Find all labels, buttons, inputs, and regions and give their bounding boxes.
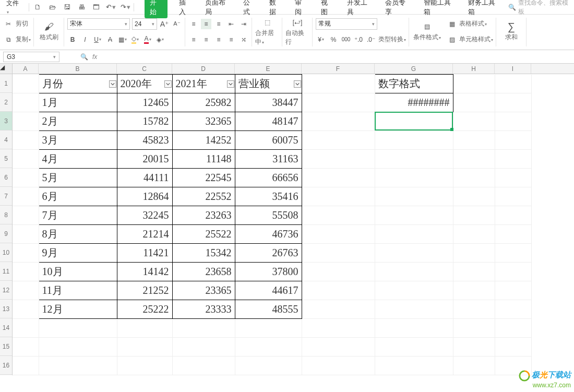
dec-decimal-icon[interactable]: .0⁻ [366,34,376,45]
row-1[interactable]: 1 [0,74,12,93]
cell-F10[interactable] [302,244,375,263]
row-6[interactable]: 6 [0,168,12,187]
cell-C9[interactable]: 21214 [117,225,172,244]
conditional-format-button[interactable]: ▤ 条件格式▾ [412,21,441,42]
cell-F16[interactable] [302,357,375,375]
cell-H12[interactable] [453,281,495,300]
col-G[interactable]: G [375,64,453,74]
cell-H13[interactable] [453,300,495,319]
cell-B2[interactable]: 1月 [39,93,117,112]
cell-F12[interactable] [302,281,375,300]
cell-B7[interactable]: 6月 [39,187,117,206]
cell-D14[interactable] [172,319,235,338]
row-4[interactable]: 4 [0,130,12,149]
select-all-corner[interactable]: ◢ [0,64,13,74]
cell-A12[interactable] [13,281,39,300]
decrease-font-icon[interactable]: A⁻ [172,19,182,29]
cell-A11[interactable] [13,263,39,281]
row-16[interactable]: 16 [0,356,12,375]
cell-H9[interactable] [453,225,495,244]
cell-B15[interactable] [39,338,117,357]
type-convert-button[interactable]: 类型转换▾ [378,35,406,44]
cell-B16[interactable] [39,357,117,375]
cell-E6[interactable]: 66656 [235,169,302,187]
cell-C12[interactable]: 21252 [117,281,172,300]
col-D[interactable]: D [172,64,235,74]
cell-B10[interactable]: 9月 [39,244,117,263]
cell-E8[interactable]: 55508 [235,206,302,225]
filter-button[interactable] [164,80,172,88]
strike-icon[interactable]: A [105,34,115,45]
cell-F4[interactable] [302,131,375,150]
cut-button[interactable]: 剪切 [16,19,28,28]
cell-I1[interactable] [495,75,531,93]
command-search[interactable]: 🔍 查找命令、搜索模板 [508,0,571,16]
preview-icon[interactable]: 🗔 [91,2,101,13]
cell-F2[interactable] [302,93,375,112]
cell-G14[interactable] [375,319,453,338]
cell-D11[interactable]: 23658 [172,263,235,281]
comma-icon[interactable]: 000 [341,34,351,45]
cell-I14[interactable] [495,319,531,338]
cell-H7[interactable] [453,187,495,206]
cell-C15[interactable] [117,338,172,357]
zoom-icon[interactable]: 🔍 [80,53,88,61]
row-12[interactable]: 12 [0,281,12,300]
cell-B9[interactable]: 8月 [39,225,117,244]
cell-I9[interactable] [495,225,531,244]
cell-D2[interactable]: 25982 [172,93,235,112]
cell-H16[interactable] [453,357,495,375]
cell-F8[interactable] [302,206,375,225]
row-5[interactable]: 5 [0,149,12,168]
bold-icon[interactable]: B [67,34,78,45]
col-H[interactable]: H [453,64,495,74]
cell-B4[interactable]: 3月 [39,131,117,150]
file-menu[interactable]: 文件▾ [3,0,23,16]
justify-icon[interactable]: ≡ [226,34,236,45]
cell-D12[interactable]: 23365 [172,281,235,300]
cell-D9[interactable]: 25522 [172,225,235,244]
cell-G15[interactable] [375,338,453,357]
cell-G5[interactable] [375,150,453,169]
cell-I4[interactable] [495,131,531,150]
cell-C8[interactable]: 32245 [117,206,172,225]
cell-G8[interactable] [375,206,453,225]
font-size-combo[interactable]: 24▾ [132,18,157,30]
row-7[interactable]: 7 [0,187,12,206]
number-format-combo[interactable]: 常规▾ [316,18,377,30]
cell-H6[interactable] [453,169,495,187]
cell-E13[interactable]: 48555 [235,300,302,319]
align-left-icon[interactable]: ≡ [188,34,199,45]
cell-C13[interactable]: 25222 [117,300,172,319]
cell-E12[interactable]: 44617 [235,281,302,300]
cell-A8[interactable] [13,206,39,225]
cell-H1[interactable] [453,75,495,93]
cell-B3[interactable]: 2月 [39,112,117,131]
italic-icon[interactable]: I [80,34,90,45]
col-A[interactable]: A [13,64,39,74]
cell-I8[interactable] [495,206,531,225]
cell-G16[interactable] [375,357,453,375]
cell-C5[interactable]: 20015 [117,150,172,169]
cell-G2[interactable]: ######## [375,93,453,112]
cell-style-button[interactable]: 单元格样式▾ [459,35,493,44]
cell-A10[interactable] [13,244,39,263]
cell-E5[interactable]: 31163 [235,150,302,169]
fill-color-icon[interactable]: ◇▾ [130,34,140,45]
cell-I15[interactable] [495,338,531,357]
copy-button[interactable]: 复制▾ [16,35,31,44]
cell-A14[interactable] [13,319,39,338]
cell-C6[interactable]: 44111 [117,169,172,187]
currency-icon[interactable]: ¥▾ [316,34,326,45]
cell-D4[interactable]: 14252 [172,131,235,150]
cell-A2[interactable] [13,93,39,112]
cell-G11[interactable] [375,263,453,281]
cell-F15[interactable] [302,338,375,357]
align-middle-icon[interactable]: ≡ [201,19,211,29]
cell-B5[interactable]: 4月 [39,150,117,169]
cells-area[interactable]: 月份2020年2021年营业额数字格式1月124652598238447####… [13,74,532,375]
cell-D7[interactable]: 22552 [172,187,235,206]
col-I[interactable]: I [495,64,531,74]
cell-F3[interactable] [302,112,375,131]
cell-D16[interactable] [172,357,235,375]
